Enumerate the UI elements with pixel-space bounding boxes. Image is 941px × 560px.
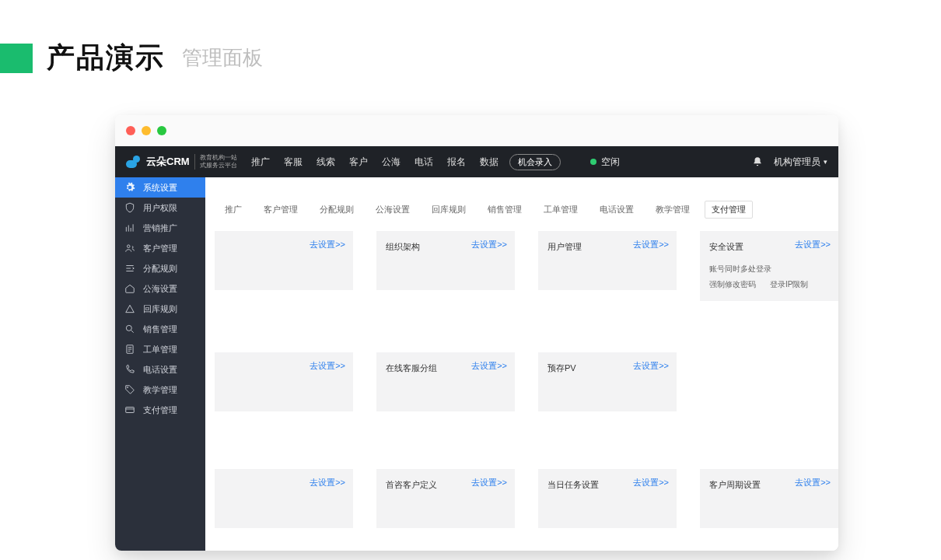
sidebar-item-label: 教学管理 <box>143 384 177 396</box>
sidebar-item-label: 支付管理 <box>143 404 177 416</box>
status-label: 空闲 <box>601 156 620 169</box>
settings-card-org: 组织架构 去设置>> <box>376 231 515 290</box>
go-settings-link[interactable]: 去设置>> <box>310 477 345 488</box>
go-settings-link[interactable]: 去设置>> <box>310 360 345 372</box>
top-nav: 推广 客服 线索 客户 公海 电话 报名 数据 <box>251 156 498 169</box>
nav-item[interactable]: 数据 <box>480 156 498 169</box>
maximize-icon[interactable] <box>157 126 166 135</box>
record-button[interactable]: 机会录入 <box>509 154 561 170</box>
home-icon <box>124 283 135 294</box>
triangle-icon <box>124 303 135 314</box>
sidebar-item-label: 用户权限 <box>143 202 177 214</box>
tab[interactable]: 回库规则 <box>425 201 473 219</box>
sidebar-item-system-settings[interactable]: 系统设置 <box>115 177 205 198</box>
tab[interactable]: 推广 <box>218 201 249 219</box>
sidebar-item-pool[interactable]: 公海设置 <box>115 278 205 299</box>
card-icon <box>124 404 135 415</box>
svg-rect-4 <box>126 408 135 413</box>
go-settings-link[interactable]: 去设置>> <box>471 239 507 250</box>
go-settings-link[interactable]: 去设置>> <box>471 360 507 372</box>
sidebar-item-label: 分配规则 <box>143 263 177 275</box>
sidebar-item-marketing[interactable]: 营销推广 <box>115 218 205 238</box>
sidebar-item-label: 系统设置 <box>143 182 177 194</box>
settings-card-users: 用户管理 去设置>> <box>538 231 677 290</box>
status-indicator[interactable]: 空闲 <box>590 156 620 169</box>
settings-card: 去设置>> <box>215 352 353 411</box>
sidebar-item-tickets[interactable]: 工单管理 <box>115 339 205 359</box>
nav-item[interactable]: 推广 <box>251 156 270 169</box>
settings-icon <box>124 182 135 193</box>
go-settings-link[interactable]: 去设置>> <box>471 477 507 488</box>
tabs: 推广 客户管理 分配规则 公海设置 回库规则 销售管理 工单管理 电话设置 教学… <box>218 201 826 219</box>
sidebar-item-label: 公海设置 <box>143 283 177 295</box>
tab[interactable]: 公海设置 <box>369 201 417 219</box>
tab[interactable]: 工单管理 <box>537 201 585 219</box>
doc-icon <box>124 344 135 355</box>
topbar: 云朵CRM 教育机构一站 式服务云平台 推广 客服 线索 客户 公海 电话 报名… <box>115 146 838 177</box>
nav-item[interactable]: 客服 <box>284 156 303 169</box>
go-settings-link[interactable]: 去设置>> <box>795 239 831 250</box>
settings-card-daily-tasks: 当日任务设置 去设置>> <box>538 469 677 528</box>
nav-item[interactable]: 线索 <box>317 156 335 169</box>
shield-icon <box>124 202 135 213</box>
cloud-icon <box>126 156 142 168</box>
sidebar-item-sales[interactable]: 销售管理 <box>115 319 205 339</box>
people-icon <box>124 243 135 254</box>
sidebar-item-label: 工单管理 <box>143 344 177 355</box>
tab[interactable]: 教学管理 <box>649 201 697 219</box>
search-icon <box>124 324 135 334</box>
accent-bar <box>0 44 33 73</box>
card-title: 安全设置 <box>709 242 743 251</box>
minimize-icon[interactable] <box>142 126 151 135</box>
bell-icon[interactable] <box>752 156 763 167</box>
chevron-down-icon: ▾ <box>824 158 827 166</box>
logo[interactable]: 云朵CRM 教育机构一站 式服务云平台 <box>126 154 237 169</box>
window-controls <box>115 115 838 146</box>
tab[interactable]: 电话设置 <box>593 201 641 219</box>
nav-item[interactable]: 客户 <box>349 156 368 169</box>
sidebar-item-permissions[interactable]: 用户权限 <box>115 198 205 218</box>
svg-point-3 <box>127 387 128 388</box>
tag-icon <box>124 384 135 395</box>
user-role-menu[interactable]: 机构管理员 ▾ <box>774 156 827 169</box>
chart-icon <box>124 222 135 233</box>
card-title: 预存PV <box>547 363 576 373</box>
phone-icon <box>124 364 135 375</box>
rules-icon <box>124 263 135 274</box>
settings-card-service-group: 在线客服分组 去设置>> <box>376 352 515 411</box>
card-title: 用户管理 <box>547 242 582 251</box>
tab[interactable]: 支付管理 <box>705 201 753 219</box>
card-title: 客户周期设置 <box>709 480 761 489</box>
app-window: 云朵CRM 教育机构一站 式服务云平台 推广 客服 线索 客户 公海 电话 报名… <box>115 115 838 551</box>
card-subitem[interactable]: 账号同时多处登录 <box>709 264 829 275</box>
card-subitem[interactable]: 强制修改密码 <box>709 279 756 290</box>
tab[interactable]: 销售管理 <box>481 201 529 219</box>
go-settings-link[interactable]: 去设置>> <box>310 239 345 250</box>
svg-point-0 <box>128 245 131 248</box>
nav-item[interactable]: 报名 <box>447 156 466 169</box>
go-settings-link[interactable]: 去设置>> <box>633 239 669 250</box>
sidebar-item-customers[interactable]: 客户管理 <box>115 238 205 258</box>
go-settings-link[interactable]: 去设置>> <box>633 360 669 372</box>
sidebar-item-assignment[interactable]: 分配规则 <box>115 258 205 278</box>
nav-item[interactable]: 电话 <box>415 156 433 169</box>
settings-card: 去设置>> <box>215 231 353 290</box>
card-title: 首咨客户定义 <box>386 480 437 489</box>
settings-card-security: 安全设置 去设置>> 账号同时多处登录 强制修改密码 登录IP限制 <box>700 231 838 301</box>
logo-subtitle: 教育机构一站 式服务云平台 <box>194 154 237 169</box>
settings-card: 去设置>> <box>215 469 353 528</box>
settings-card-first-consult: 首咨客户定义 去设置>> <box>376 469 515 528</box>
nav-item[interactable]: 公海 <box>382 156 401 169</box>
close-icon[interactable] <box>126 126 135 135</box>
page-title-main: 产品演示 <box>47 39 165 77</box>
tab[interactable]: 客户管理 <box>257 201 305 219</box>
card-title: 组织架构 <box>386 242 420 251</box>
go-settings-link[interactable]: 去设置>> <box>795 477 831 488</box>
card-subitem[interactable]: 登录IP限制 <box>770 279 808 290</box>
go-settings-link[interactable]: 去设置>> <box>633 477 669 488</box>
sidebar-item-teaching[interactable]: 教学管理 <box>115 380 205 400</box>
sidebar-item-phone[interactable]: 电话设置 <box>115 359 205 380</box>
sidebar-item-payment[interactable]: 支付管理 <box>115 400 205 420</box>
tab[interactable]: 分配规则 <box>313 201 361 219</box>
sidebar-item-return[interactable]: 回库规则 <box>115 299 205 319</box>
